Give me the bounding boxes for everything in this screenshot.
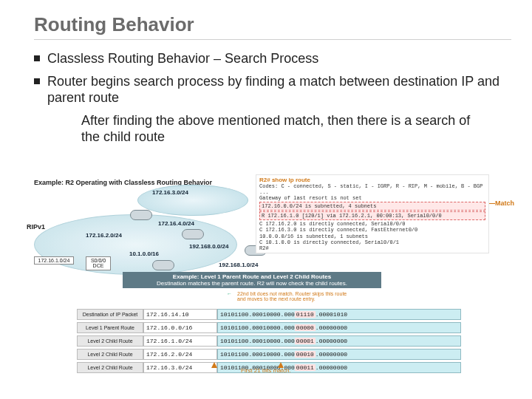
bin-highlight: 00001 [295,338,316,344]
row-label: Level 2 Child Route [77,349,143,360]
row-ip: 172.16.3.0/24 [143,362,217,373]
network-label: 192.168.1.0/24 [219,262,258,268]
bullet-2: Router begins search process by finding … [34,73,511,106]
bin-suffix: .00000000 [316,364,347,371]
bin-highlight: 01110 [295,311,316,318]
rip-label: RIPv1 [27,223,45,231]
network-label: 10.1.0.0/16 [127,250,161,257]
cli-line: C 172.16.2.0 is directly connected, Seri… [259,221,485,227]
bin-suffix: .00000000 [316,338,347,344]
table-row: Level 1 Parent Route 172.16.0.0/16 10101… [77,322,461,333]
network-label: 172.16.2.0/24 [86,232,122,239]
cli-line: 10.0.0.0/16 is subnetted, 1 subnets [259,233,485,239]
router-icon [130,210,152,220]
network-label: 192.168.0.0/24 [189,243,228,250]
row-binary: 10101100.00010000.00001110.00001010 [217,309,461,320]
slide-title: Routing Behavior [34,13,511,40]
annotation-22bit: 22nd bit does not match. Router skips th… [237,291,348,302]
example-banner: Example: Level 1 Parent Route and Level … [123,272,381,288]
cli-line: C 10.1.0.0 is directly connected, Serial… [259,239,485,245]
banner-subtitle: Destination matches the parent route. R2… [126,280,378,287]
figure-region: Example: R2 Operating with Classless Rou… [34,179,517,276]
banner-title: Example: Level 1 Parent Route and Level … [126,273,378,280]
cli-output: R2# show ip route Codes: C - connected, … [256,174,489,253]
table-row: Destination of IP Packet 172.16.14.10 10… [77,309,461,320]
cli-line: Gateway of last resort is not set [259,195,485,201]
network-label: 172.16.4.0/24 [158,220,194,227]
arrow-up-icon [211,362,217,368]
bin-highlight: 00011 [295,364,316,371]
bin-highlight: 00000 [295,324,316,331]
annotation-first21: First 21 bits match. [241,367,291,374]
row-ip: 172.16.0.0/16 [143,322,217,333]
network-label: 172.16.3.0/24 [152,189,188,196]
bin-prefix: 10101100.00010000.000 [220,311,295,318]
router-icon [182,229,204,239]
table-row: Level 2 Child Route 172.16.2.0/24 101011… [77,349,461,360]
row-binary: 10101100.00010000.00000010.00000000 [217,349,461,360]
table-row: Level 2 Child Route 172.16.1.0/24 101011… [77,335,461,347]
cli-line: ... [259,189,485,195]
bin-prefix: 10101100.00010000.000 [220,351,295,358]
bin-prefix: 10101100.00010000.000 [220,338,295,344]
bin-suffix: .00001010 [316,311,347,318]
cli-line: C 172.16.3.0 is directly connected, Fast… [259,227,485,233]
callout-line [489,203,495,204]
route-compare-table: Destination of IP Packet 172.16.14.10 10… [77,309,461,375]
cli-line-highlight: R 172.16.1.0 [120/1] via 172.16.2.1, 00:… [259,211,485,220]
bin-prefix: 10101100.00010000.000 [220,324,295,331]
cli-command: R2# show ip route [259,177,485,183]
row-binary: 10101100.00010000.00000001.00000000 [217,335,461,347]
bin-suffix: .00000000 [316,351,347,358]
row-label: Level 1 Parent Route [77,322,143,333]
cli-line: Codes: C - connected, S - static, I - IG… [259,183,485,189]
cli-line-highlight: 172.16.0.0/24 is subnetted, 4 subnets [259,202,485,211]
bin-suffix: .00000000 [316,324,347,331]
row-label: Level 2 Child Route [77,362,143,373]
bin-highlight: 00010 [295,351,316,358]
row-label: Destination of IP Packet [77,309,143,320]
lan-box: S0/0/0 DCE [86,256,111,270]
row-ip: 172.16.14.10 [143,309,217,320]
router-icon [152,260,174,270]
lan-box: 172.16.1.0/24 [34,256,74,265]
row-ip: 172.16.2.0/24 [143,349,217,360]
match-callout: Match [495,200,514,207]
row-ip: 172.16.1.0/24 [143,335,217,347]
bullet-1: Classless Routing Behavior – Search Proc… [34,50,511,67]
sub-bullet-1: After finding the above mentioned match,… [81,112,482,146]
row-label: Level 2 Child Route [77,335,143,347]
row-binary: 10101100.00010000.00000000.00000000 [217,322,461,333]
cli-line: R2# [259,245,485,251]
